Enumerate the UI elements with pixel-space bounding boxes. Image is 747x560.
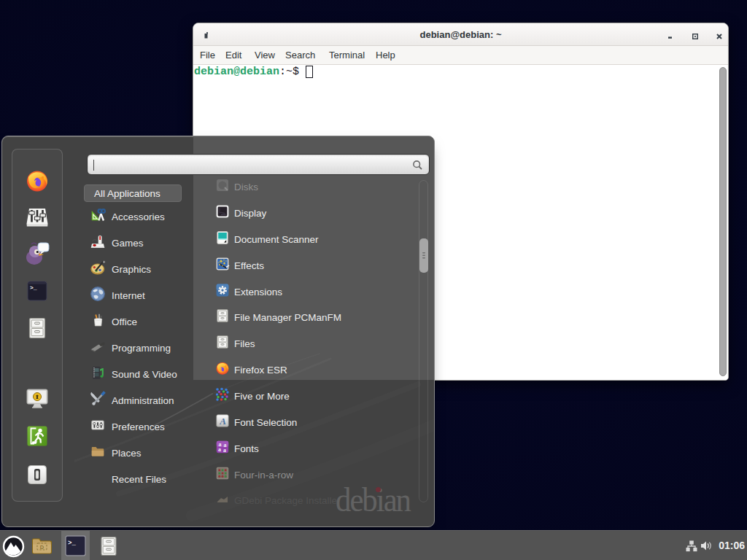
svg-text:A: A (219, 416, 226, 427)
svg-text:>_: >_ (68, 540, 76, 547)
svg-text:a: a (223, 447, 226, 454)
svg-text:a: a (218, 446, 221, 453)
svg-text:>_: >_ (30, 284, 37, 291)
svg-text:D: D (40, 544, 44, 551)
